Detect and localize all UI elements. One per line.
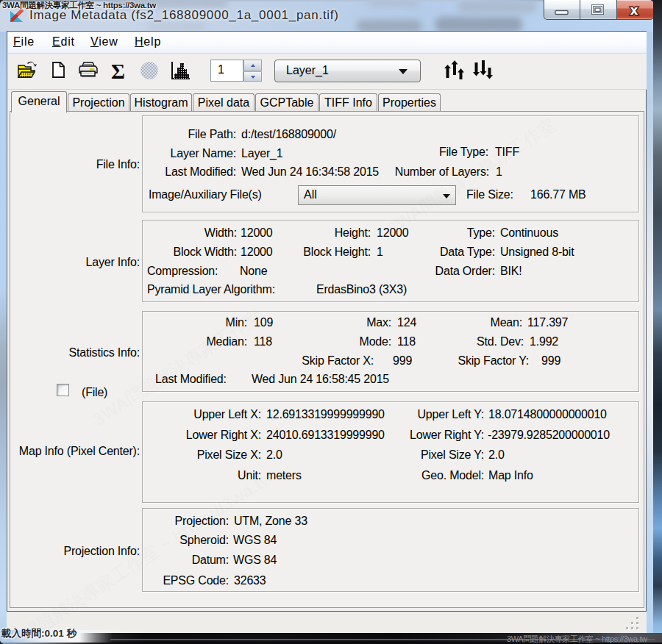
svg-text:Σ: Σ [111,60,125,83]
svg-text:x: x [630,3,638,18]
